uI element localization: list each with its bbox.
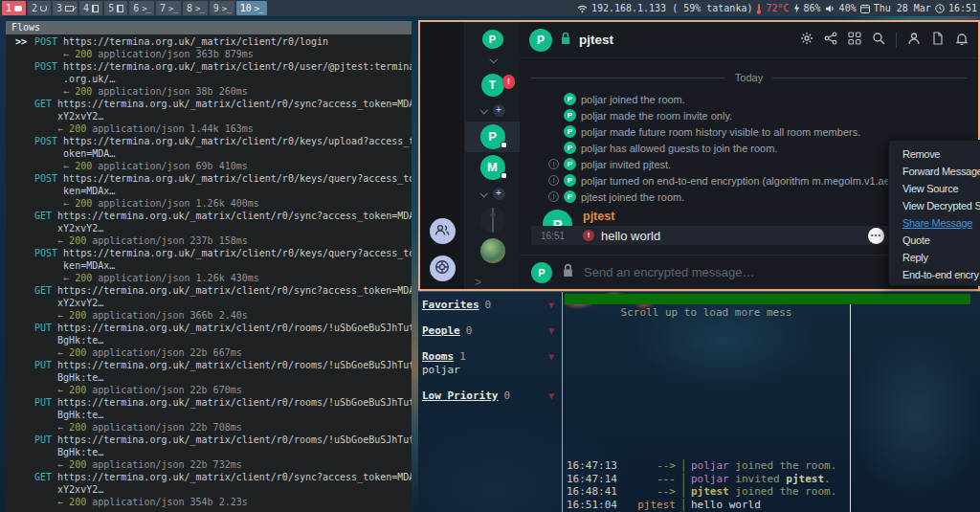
chat-line: 16:47:14---│poljar invited pjtest. <box>567 473 836 486</box>
response-status: 200 <box>69 123 86 134</box>
wifi-icon <box>577 4 588 13</box>
flow-row[interactable]: POSThttps://termina.org.uk/_matrix/clien… <box>15 60 412 98</box>
flow-selected-marker <box>15 60 34 98</box>
gomuks-window: Favorites0▼People0▼Rooms1▼poljarLow Prio… <box>418 292 980 512</box>
flow-row[interactable]: GEThttps://termina.org.uk/_matrix/client… <box>15 210 412 247</box>
flow-response: ← 200 application/json 38b 260ms <box>63 85 412 98</box>
room-sections-sidebar: Favorites0▼People0▼Rooms1▼poljarLow Prio… <box>418 292 560 512</box>
chat-line: 16:48:41-->│pjtest joined the room. <box>567 485 836 499</box>
response-meta: application/json 363b 879ms <box>92 49 254 59</box>
chat-icon <box>14 6 22 11</box>
members-icon[interactable] <box>907 32 921 49</box>
menu-item-quote[interactable]: Quote <box>889 232 980 249</box>
apps-grid-icon[interactable] <box>848 32 861 49</box>
collapse-triangle-icon[interactable]: ▼ <box>548 324 554 338</box>
flow-row[interactable]: POSThttps://termina.org.uk/_matrix/clien… <box>15 135 412 172</box>
people-button[interactable] <box>430 218 456 244</box>
workspace-button-3[interactable]: 3 <box>53 1 78 15</box>
room-avatar[interactable]: P <box>529 29 552 52</box>
message-options-button[interactable]: ••• <box>868 228 884 244</box>
composer-input[interactable]: Send an encrypted message… <box>584 265 937 279</box>
add-room-button[interactable]: + <box>493 188 505 200</box>
room-list-item-selected[interactable]: P <box>465 122 520 152</box>
flow-detail: https://termina.org.uk/_matrix/client/r0… <box>57 434 412 471</box>
workspace-number: 3 <box>56 3 62 13</box>
menu-item-view-source[interactable]: View Source <box>889 180 980 197</box>
room-entry[interactable]: poljar <box>422 364 560 377</box>
menu-item-share-message[interactable]: Share Message <box>889 214 980 232</box>
workspace-button-8[interactable]: 8>_ <box>183 1 208 15</box>
flow-method: POST <box>34 60 57 98</box>
add-room-button[interactable]: + <box>493 104 505 117</box>
workspace-button-5[interactable]: 5 <box>104 1 127 15</box>
collapse-triangle-icon[interactable]: ▼ <box>548 390 554 403</box>
workspace-button-7[interactable]: 7>_ <box>156 1 181 15</box>
chevron-down-icon[interactable] <box>479 189 487 197</box>
room-list-item[interactable] <box>465 235 520 266</box>
line-text: hello world <box>691 499 761 512</box>
help-button[interactable] <box>430 256 456 281</box>
notifications-bell-icon[interactable] <box>955 32 969 49</box>
flow-row[interactable]: PUThttps://termina.org.uk/_matrix/client… <box>15 434 412 471</box>
collapse-triangle-icon[interactable]: ▼ <box>548 299 554 312</box>
workspace-button-6[interactable]: 6>_ <box>129 1 154 15</box>
section-header[interactable]: Low Priority0▼ <box>422 390 560 403</box>
chevron-down-icon[interactable] <box>489 56 497 63</box>
response-meta: application/json 22b 732ms <box>86 459 242 470</box>
collapse-triangle-icon[interactable]: ▼ <box>548 350 554 364</box>
flow-selected-marker <box>15 247 34 284</box>
flow-detail: https://termina.org.uk/_matrix/client/r0… <box>57 471 412 508</box>
flow-row[interactable]: PUThttps://termina.org.uk/_matrix/client… <box>15 396 412 434</box>
avatar: T <box>481 74 504 97</box>
flow-row[interactable]: POSThttps://termina.org.uk/_matrix/clien… <box>15 247 412 284</box>
response-arrow: ← <box>57 422 69 433</box>
workspace-button-2[interactable]: 2 <box>28 1 51 15</box>
flow-row[interactable]: GEThttps://termina.org.uk/_matrix/client… <box>15 471 412 508</box>
flow-selected-marker <box>15 172 34 210</box>
section-name: Favorites <box>422 299 479 311</box>
flow-detail: https://termina.org.uk/_matrix/client/r0… <box>57 284 412 322</box>
flow-row[interactable]: PUThttps://termina.org.uk/_matrix/client… <box>15 359 412 396</box>
workspace-button-9[interactable]: 9>_ <box>210 1 234 15</box>
section-header[interactable]: Favorites0▼ <box>422 299 560 312</box>
menu-item-end-to-end-encry[interactable]: End-to-end encry <box>889 266 980 283</box>
response-status: 200 <box>69 310 86 321</box>
text-segment: pjtest <box>786 473 824 485</box>
flow-row[interactable]: POSThttps://termina.org.uk/_matrix/clien… <box>15 172 412 210</box>
files-icon[interactable] <box>931 32 945 49</box>
room-list-item[interactable]: M <box>465 152 520 183</box>
info-icon: ! <box>548 175 559 186</box>
workspace-button-4[interactable]: 4 <box>79 1 102 15</box>
section-header[interactable]: Rooms1▼ <box>422 350 560 364</box>
flow-url: https://termina.org.uk/_matrix/client/r0… <box>57 322 412 334</box>
menu-item-forward-message[interactable]: Forward Message <box>889 163 980 180</box>
search-icon[interactable] <box>872 32 885 49</box>
workspace-button-10[interactable]: 10>_ <box>236 1 267 15</box>
flow-url-wrap: ken=MDAx… <box>63 259 412 272</box>
share-icon[interactable] <box>824 32 837 49</box>
flow-row[interactable]: GEThttps://termina.org.uk/_matrix/client… <box>15 284 412 322</box>
room-list-item[interactable] <box>465 205 520 235</box>
expand-panel-button[interactable]: > <box>465 276 481 289</box>
flow-row[interactable]: >>POSThttps://termina.org.uk/_matrix/cli… <box>15 35 412 60</box>
workspace-button-1[interactable]: 1 <box>2 1 26 15</box>
menu-item-reply[interactable]: Reply <box>889 249 980 266</box>
flow-selected-marker <box>15 210 34 247</box>
room-list-item-invite[interactable]: T ! <box>465 71 520 100</box>
state-event: Ppoljar made future room history visible… <box>531 123 967 140</box>
flow-row[interactable]: PUThttps://termina.org.uk/_matrix/client… <box>15 322 412 359</box>
line-text: pjtest joined the room. <box>691 485 836 499</box>
terminal-icon: >_ <box>142 4 150 13</box>
section-header[interactable]: People0▼ <box>422 324 560 338</box>
response-status: 200 <box>75 161 92 171</box>
flow-method: PUT <box>34 396 52 434</box>
chevron-down-icon[interactable] <box>479 106 487 114</box>
user-avatar[interactable]: P <box>482 30 503 49</box>
flow-row[interactable]: GEThttps://termina.org.uk/_matrix/client… <box>15 98 412 135</box>
menu-item-view-decrypted-s[interactable]: View Decrypted S <box>889 197 980 214</box>
prefix-separator: │ <box>676 485 691 499</box>
response-meta: application/json 237b 158ms <box>86 235 248 246</box>
menu-item-remove[interactable]: Remove <box>889 145 980 163</box>
flow-detail: https://termina.org.uk/_matrix/client/r0… <box>57 396 412 434</box>
settings-gear-icon[interactable] <box>800 32 813 49</box>
